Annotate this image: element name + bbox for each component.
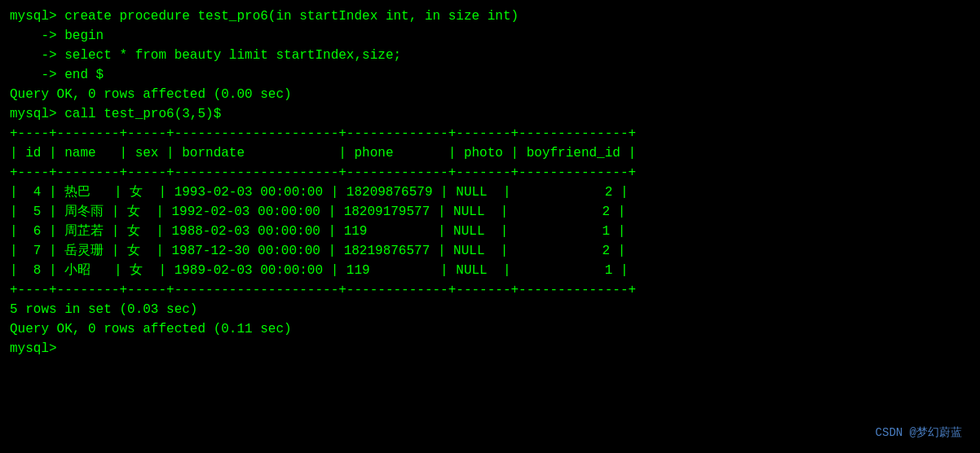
terminal-line-14: | 7 | 岳灵珊 | 女 | 1987-12-30 00:00:00 | 18… xyxy=(10,241,970,261)
terminal-window: mysql> create procedure test_pro6(in sta… xyxy=(10,7,970,446)
terminal-line-9: | id | name | sex | borndate | phone | p… xyxy=(10,143,970,163)
terminal-line-7: mysql> call test_pro6(3,5)$ xyxy=(10,104,970,124)
terminal-line-13: | 6 | 周芷若 | 女 | 1988-02-03 00:00:00 | 11… xyxy=(10,222,970,241)
terminal-line-8: +----+--------+-----+-------------------… xyxy=(10,124,970,143)
terminal-line-2: -> begin xyxy=(10,26,970,46)
terminal-output: mysql> create procedure test_pro6(in sta… xyxy=(10,7,970,358)
terminal-line-11: | 4 | 热巴 | 女 | 1993-02-03 00:00:00 | 182… xyxy=(10,183,970,202)
watermark: CSDN @梦幻蔚蓝 xyxy=(876,424,962,442)
terminal-line-1: mysql> create procedure test_pro6(in sta… xyxy=(10,7,970,26)
terminal-line-17: 5 rows in set (0.03 sec) xyxy=(10,300,970,319)
terminal-line-15: | 8 | 小昭 | 女 | 1989-02-03 00:00:00 | 119… xyxy=(10,261,970,280)
terminal-line-4: -> end $ xyxy=(10,65,970,85)
terminal-line-19: Query OK, 0 rows affected (0.11 sec) xyxy=(10,319,970,339)
terminal-line-16: +----+--------+-----+-------------------… xyxy=(10,280,970,300)
terminal-line-21: mysql> xyxy=(10,339,970,358)
terminal-line-3: -> select * from beauty limit startIndex… xyxy=(10,46,970,65)
terminal-line-10: +----+--------+-----+-------------------… xyxy=(10,163,970,183)
terminal-line-5: Query OK, 0 rows affected (0.00 sec) xyxy=(10,85,970,104)
terminal-line-12: | 5 | 周冬雨 | 女 | 1992-02-03 00:00:00 | 18… xyxy=(10,202,970,222)
